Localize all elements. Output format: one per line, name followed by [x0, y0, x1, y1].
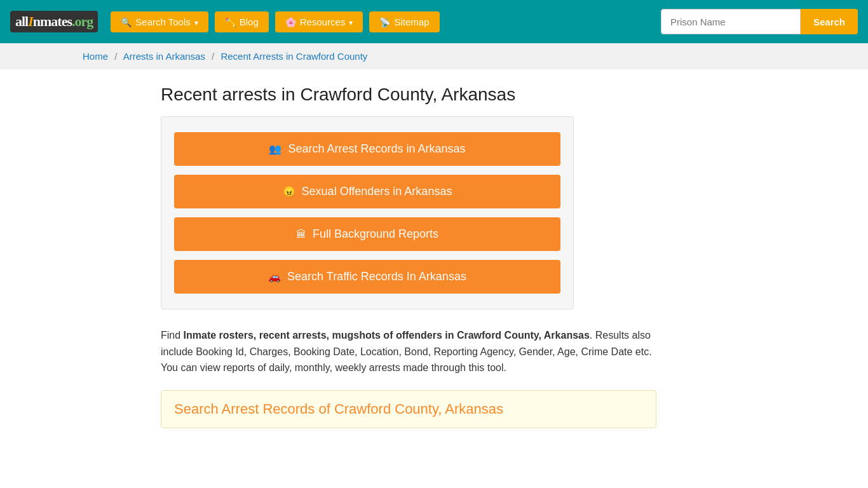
- blog-icon: [225, 17, 236, 27]
- prison-search-group: Search: [661, 9, 858, 34]
- dropdown-arrow-resources: [349, 17, 353, 27]
- logo-text-org: .org: [72, 13, 93, 29]
- description-text: Find Inmate rosters, recent arrests, mug…: [161, 327, 656, 376]
- background-reports-button[interactable]: Full Background Reports: [174, 217, 560, 251]
- logo-text-i: I: [28, 13, 33, 29]
- description-bold: Inmate rosters, recent arrests, mugshots…: [184, 330, 590, 341]
- search-button-label: Search: [813, 17, 845, 27]
- section-title-box: Search Arrest Records of Crawford County…: [161, 390, 656, 428]
- action-button-box: Search Arrest Records in Arkansas Sexual…: [161, 116, 574, 309]
- logo-text-all: all: [15, 13, 28, 29]
- breadcrumb-home[interactable]: Home: [83, 51, 108, 62]
- logo-text-nmates: nmates: [33, 13, 72, 29]
- sitemap-button[interactable]: Sitemap: [369, 11, 439, 32]
- resources-label: Resources: [300, 17, 346, 27]
- description-prefix: Find: [161, 330, 184, 341]
- search-tools-button[interactable]: Search Tools: [111, 11, 208, 32]
- resources-button[interactable]: Resources: [275, 11, 363, 32]
- sexual-offenders-button[interactable]: Sexual Offenders in Arkansas: [174, 175, 560, 208]
- section-heading: Search Arrest Records of Crawford County…: [174, 401, 643, 417]
- breadcrumb-current: Recent Arrests in Crawford County: [220, 51, 367, 62]
- main-content: Recent arrests in Crawford County, Arkan…: [148, 69, 720, 444]
- car-icon: [268, 270, 281, 283]
- navbar: allInmates.org Search Tools Blog Resourc…: [0, 0, 868, 43]
- search-tools-label: Search Tools: [135, 17, 190, 27]
- search-arrest-records-button[interactable]: Search Arrest Records in Arkansas: [174, 132, 560, 166]
- sexual-offenders-label: Sexual Offenders in Arkansas: [302, 185, 452, 198]
- prison-search-button[interactable]: Search: [801, 9, 858, 34]
- breadcrumb-sep-2: /: [212, 51, 214, 62]
- site-logo[interactable]: allInmates.org: [10, 11, 98, 32]
- dropdown-arrow-search: [194, 17, 198, 27]
- page-title: Recent arrests in Crawford County, Arkan…: [161, 85, 707, 105]
- breadcrumb: Home / Arrests in Arkansas / Recent Arre…: [0, 43, 868, 69]
- breadcrumb-sep-1: /: [114, 51, 117, 62]
- sitemap-icon: [379, 17, 390, 27]
- sitemap-label: Sitemap: [394, 17, 429, 27]
- traffic-records-label: Search Traffic Records In Arkansas: [287, 270, 466, 283]
- resources-icon: [285, 17, 296, 27]
- breadcrumb-arrests[interactable]: Arrests in Arkansas: [123, 51, 205, 62]
- search-arrest-label: Search Arrest Records in Arkansas: [288, 142, 465, 156]
- angry-icon: [283, 185, 295, 198]
- people-icon: [269, 142, 281, 156]
- building-icon: [296, 227, 306, 241]
- blog-label: Blog: [240, 17, 259, 27]
- blog-button[interactable]: Blog: [215, 11, 269, 32]
- traffic-records-button[interactable]: Search Traffic Records In Arkansas: [174, 260, 560, 294]
- background-reports-label: Full Background Reports: [313, 227, 438, 241]
- search-icon: [121, 17, 132, 27]
- prison-name-input[interactable]: [661, 9, 801, 34]
